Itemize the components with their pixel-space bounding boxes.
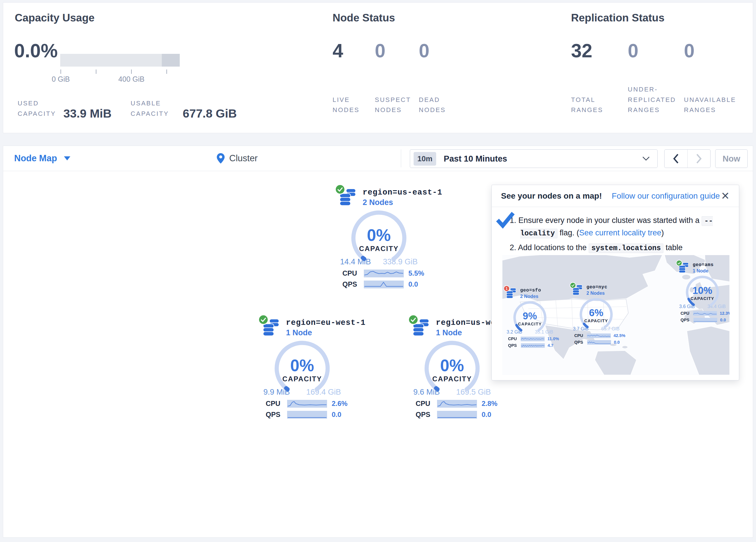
breadcrumb[interactable]: Cluster bbox=[217, 146, 258, 171]
step-text: Add locations to the bbox=[518, 243, 589, 252]
usable-capacity-value: 677.8 GiB bbox=[183, 107, 237, 121]
popup-header: See your nodes on a map! Follow our conf… bbox=[492, 185, 739, 207]
capacity-axis-label-400: 400 GiB bbox=[118, 75, 144, 83]
cpu-label: CPU bbox=[342, 269, 360, 278]
region-name: region=eu-west-1 bbox=[286, 319, 366, 327]
cluster-icon-wrap bbox=[678, 262, 689, 273]
status-error-badge: 1 bbox=[504, 286, 510, 292]
chevron-left-icon bbox=[673, 154, 679, 163]
map-node-geo-nyc[interactable]: geo=nyc 2 Nodes 6% CAPACITY 3.7 GiB 65.7… bbox=[567, 285, 625, 345]
view-selector-dropdown[interactable]: Node Map bbox=[14, 146, 70, 171]
blue-check-icon bbox=[496, 211, 515, 229]
qps-row: QPS 0.0 bbox=[330, 280, 427, 289]
cpu-value: 2.8% bbox=[482, 400, 498, 408]
cluster-header: region=eu-west-1 1 Node bbox=[254, 319, 351, 337]
region-nodes-link[interactable]: 1 Node bbox=[286, 328, 366, 337]
check-icon bbox=[571, 284, 575, 287]
dead-nodes-value: 0 bbox=[419, 40, 456, 62]
under-replicated-ranges-label: UNDER-REPLICATED RANGES bbox=[628, 84, 683, 115]
cpu-sparkline bbox=[437, 400, 477, 408]
region-cluster-eu-west-1[interactable]: region=eu-west-1 1 Node 0% CAPACITY 9.9 … bbox=[254, 319, 351, 419]
time-pager bbox=[664, 149, 711, 168]
cpu-value: 12.3% bbox=[720, 311, 730, 316]
popup-title: See your nodes on a map! bbox=[501, 191, 602, 201]
qps-value: 0.0 bbox=[720, 318, 726, 323]
region-nodes-link[interactable]: 2 Nodes bbox=[363, 198, 442, 207]
total-ranges-label: TOTAL RANGES bbox=[571, 95, 617, 115]
cluster-header: geo=ams 1 Node bbox=[673, 262, 730, 274]
total-ranges-value: 32 bbox=[571, 40, 617, 62]
cpu-row: CPU 12.3% bbox=[673, 311, 730, 316]
used-capacity-value: 33.9 MiB bbox=[63, 107, 111, 121]
cpu-value: 2.6% bbox=[332, 400, 348, 408]
cpu-sparkline bbox=[693, 311, 717, 316]
cluster-icon-wrap: 1 bbox=[506, 288, 517, 299]
cluster-overview-page: { "colors": { "accent_blue": "#2f7ae0", … bbox=[0, 0, 756, 542]
under-replicated-ranges-stat: 0 UNDER-REPLICATED RANGES bbox=[628, 40, 683, 115]
qps-row: QPS 0.0 bbox=[403, 411, 501, 419]
capacity-usage-title: Capacity Usage bbox=[15, 12, 95, 24]
locality-nodes-link[interactable]: 2 Nodes bbox=[520, 294, 541, 299]
qps-sparkline bbox=[437, 411, 477, 419]
step-text: Ensure every node in your cluster was st… bbox=[518, 216, 702, 225]
system-locations-code: system.locations bbox=[589, 243, 663, 253]
capacity-word: CAPACITY bbox=[270, 375, 334, 383]
cpu-row: CPU 42.5% bbox=[567, 333, 625, 338]
close-icon[interactable]: ✕ bbox=[721, 191, 730, 201]
unavailable-ranges-stat: 0 UNAVAILABLE RANGES bbox=[684, 40, 745, 115]
replication-status-title: Replication Status bbox=[571, 12, 665, 24]
map-node-geo-sfo[interactable]: 1 geo=sfo 2 Nodes bbox=[502, 288, 559, 348]
time-back-button[interactable] bbox=[665, 150, 688, 168]
used-capacity-label: USED CAPACITY bbox=[18, 98, 55, 121]
live-nodes-value: 4 bbox=[333, 40, 374, 62]
summary-card: Capacity Usage 0.0% 0 GiB 400 GiB USED C… bbox=[3, 2, 753, 133]
locality-nodes-link[interactable]: 1 Node bbox=[693, 268, 713, 274]
total-ranges-stat: 32 TOTAL RANGES bbox=[571, 40, 617, 115]
cpu-label: CPU bbox=[574, 333, 585, 338]
configuration-guide-link[interactable]: Follow our configuration guide bbox=[612, 191, 720, 201]
unavailable-ranges-value: 0 bbox=[684, 40, 745, 62]
qps-sparkline bbox=[287, 411, 327, 419]
capacity-gauge: 9% CAPACITY bbox=[511, 301, 549, 330]
status-ok-badge bbox=[408, 315, 419, 325]
node-map-setup-popup: See your nodes on a map! Follow our conf… bbox=[491, 185, 739, 381]
qps-sparkline bbox=[364, 281, 404, 289]
check-icon bbox=[337, 187, 343, 192]
capacity-axis-label-0: 0 GiB bbox=[52, 75, 70, 83]
node-status-title: Node Status bbox=[333, 12, 395, 24]
time-range-selector[interactable]: 10m Past 10 Minutes bbox=[410, 149, 658, 168]
under-replicated-ranges-value: 0 bbox=[628, 40, 683, 62]
cpu-sparkline bbox=[587, 333, 611, 338]
dead-nodes-label: DEAD NODES bbox=[419, 95, 456, 115]
cpu-label: CPU bbox=[416, 400, 434, 408]
step-text: ) bbox=[661, 228, 664, 237]
cluster-header: region=us-east-1 2 Nodes bbox=[330, 188, 427, 207]
qps-value: 0.0 bbox=[614, 340, 620, 345]
setup-step-1: 1. Ensure every node in your cluster was… bbox=[510, 214, 727, 239]
status-ok-badge bbox=[258, 315, 269, 325]
capacity-word: CAPACITY bbox=[347, 245, 411, 253]
check-icon bbox=[260, 317, 266, 322]
qps-sparkline bbox=[587, 340, 611, 345]
cpu-row: CPU 2.6% bbox=[254, 400, 351, 408]
cluster-header: 1 geo=sfo 2 Nodes bbox=[502, 288, 559, 299]
cluster-icon-wrap bbox=[339, 188, 357, 207]
dead-nodes-stat: 0 DEAD NODES bbox=[419, 40, 456, 115]
error-count: 1 bbox=[506, 287, 508, 291]
region-cluster-us-east-1[interactable]: region=us-east-1 2 Nodes 0% CAPACITY 14.… bbox=[330, 188, 427, 289]
capacity-percent: 9% bbox=[511, 310, 549, 322]
capacity-percent: 0% bbox=[347, 225, 411, 245]
qps-value: 0.0 bbox=[482, 411, 491, 419]
map-node-geo-ams[interactable]: geo=ams 1 Node 10% CAPACITY 3.6 GiB 34.4… bbox=[673, 262, 730, 323]
cpu-value: 5.5% bbox=[408, 269, 424, 278]
capacity-gauge: 0% CAPACITY bbox=[270, 340, 334, 390]
time-forward-button[interactable] bbox=[688, 150, 711, 168]
qps-label: QPS bbox=[508, 343, 519, 348]
locality-tree-link[interactable]: See current locality tree bbox=[579, 228, 661, 237]
locality-nodes-link[interactable]: 2 Nodes bbox=[586, 291, 607, 296]
capacity-word: CAPACITY bbox=[420, 375, 484, 383]
now-button-label: Now bbox=[722, 154, 740, 163]
cpu-sparkline bbox=[364, 269, 404, 278]
now-button[interactable]: Now bbox=[715, 149, 748, 168]
region-cluster-us-west-1[interactable]: region=us-west-1 1 Node 0% CAPACITY 9.6 … bbox=[403, 319, 501, 419]
